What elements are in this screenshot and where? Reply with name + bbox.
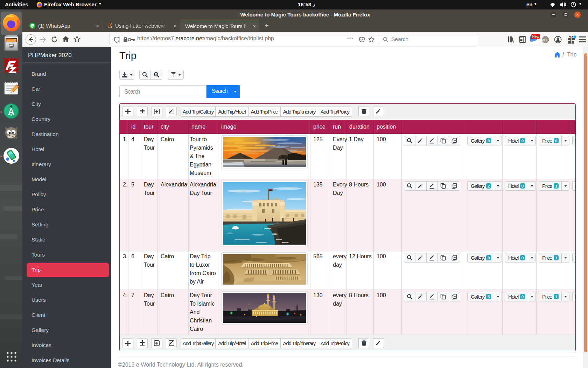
svg-text:New: New [532,35,539,39]
svg-text:ABP: ABP [542,38,548,42]
